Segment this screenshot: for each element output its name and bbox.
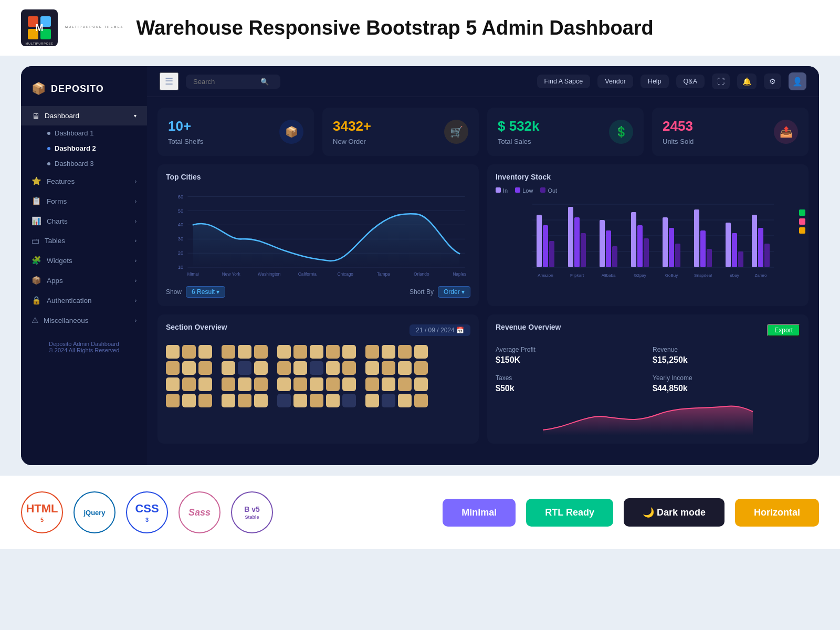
inventory-chart: Inventory Stock In Low Out (487, 164, 808, 306)
stat-value-units: 2453 (663, 118, 694, 134)
chevron-right-icon: › (135, 178, 136, 184)
inventory-legend: In Low Out (496, 187, 800, 194)
main-content: ☰ 🔍 Find A Sapce Vendor Help Q&A ⛶ 🔔 ⚙ 👤… (147, 66, 819, 465)
svg-text:ebay: ebay (730, 273, 739, 278)
apps-icon: 📦 (32, 276, 41, 285)
bell-icon[interactable]: 🔔 (737, 74, 757, 89)
chevron-right-icon-tables: › (135, 238, 136, 244)
chevron-right-icon-apps: › (135, 278, 136, 284)
dashboard-icon: 🖥 (32, 111, 39, 120)
shelf-grid (166, 345, 470, 407)
stat-value-orders: 3432+ (333, 118, 371, 134)
sub-dot-2 (47, 147, 50, 150)
svg-rect-45 (675, 244, 680, 267)
sidebar-item-apps[interactable]: 📦 Apps › (21, 270, 147, 290)
sort-by-label: Short By (410, 288, 434, 296)
sidebar-sub-dashboard: Dashboard 1 Dashboard 2 Dashboard 3 (21, 125, 147, 171)
chevron-right-icon-forms: › (135, 198, 136, 204)
help-button[interactable]: Help (640, 75, 669, 88)
svg-text:Snapdeal: Snapdeal (694, 273, 712, 278)
horizontal-button[interactable]: Horizontal (735, 499, 819, 527)
find-space-button[interactable]: Find A Sapce (537, 75, 591, 88)
svg-rect-31 (537, 215, 542, 267)
sidebar-item-dashboard1[interactable]: Dashboard 1 (42, 125, 147, 141)
html-badge: HTML 5 (21, 491, 63, 533)
svg-text:GoBuy: GoBuy (665, 273, 678, 278)
sidebar-item-dashboard2[interactable]: Dashboard 2 (42, 141, 147, 156)
rtl-button[interactable]: RTL Ready (526, 499, 613, 527)
bar-chart-area: Amazon Flipkart Alibaba G2pay GoBuy Snap… (496, 199, 800, 283)
inventory-title: Inventory Stock (496, 173, 800, 181)
revenue-label: Revenue (653, 346, 800, 353)
legend-in: In (496, 187, 508, 194)
revenue-grid: Average Profit $150K Revenue $15,250k Ta… (496, 346, 800, 393)
sidebar-item-charts[interactable]: 📊 Charts › (21, 211, 147, 231)
fullscreen-button[interactable]: ⛶ (712, 74, 730, 89)
tables-icon: 🗃 (32, 236, 39, 245)
sidebar-item-features[interactable]: ⭐ Features › (21, 171, 147, 191)
brand-name: DEPOSITO (51, 83, 104, 94)
user-avatar[interactable]: 👤 (789, 72, 806, 90)
qa-button[interactable]: Q&A (676, 75, 705, 88)
svg-rect-34 (568, 207, 573, 267)
menu-button[interactable]: ☰ (160, 72, 178, 90)
settings-icon[interactable]: ⚙ (764, 74, 781, 89)
svg-rect-51 (738, 251, 743, 267)
legend-low: Low (515, 187, 533, 194)
chevron-right-icon-charts: › (135, 218, 136, 224)
sidebar-item-auth[interactable]: 🔒 Authentication › (21, 290, 147, 310)
sub-dot-1 (47, 132, 50, 135)
shelfs-icon: 📦 (279, 120, 303, 144)
sidebar-item-tables[interactable]: 🗃 Tables › (21, 231, 147, 250)
brand-logo: M MULTIPURPOSE (21, 9, 58, 46)
features-icon: ⭐ (32, 176, 41, 186)
order-dropdown[interactable]: Order ▾ (438, 286, 470, 298)
svg-rect-47 (700, 230, 706, 267)
search-input[interactable] (193, 78, 256, 86)
chevron-right-icon-misc: › (135, 318, 136, 323)
svg-text:Alibaba: Alibaba (602, 273, 616, 278)
sidebar-item-forms[interactable]: 📋 Forms › (21, 191, 147, 211)
svg-text:30: 30 (178, 236, 183, 242)
section-overview-card: Section Overview 21 / 09 / 2024 📅 (158, 314, 479, 444)
result-dropdown[interactable]: 6 Result ▾ (186, 286, 225, 298)
auth-icon: 🔒 (32, 296, 41, 305)
svg-rect-42 (644, 238, 649, 267)
page-title: Warehouse Responsive Bootstrap 5 Admin D… (136, 17, 653, 39)
search-box: 🔍 (186, 75, 280, 89)
sidebar-item-widgets[interactable]: 🧩 Widgets › (21, 250, 147, 270)
avg-profit-label: Average Profit (496, 346, 643, 353)
units-icon: 📤 (774, 120, 798, 144)
minimal-button[interactable]: Minimal (443, 499, 516, 527)
sidebar-item-dashboard3[interactable]: Dashboard 3 (42, 156, 147, 171)
svg-rect-44 (669, 228, 674, 267)
svg-text:40: 40 (178, 222, 183, 227)
svg-rect-32 (543, 225, 548, 267)
chevron-down-icon: ▾ (134, 113, 136, 119)
stats-row: 10+ Total Shelfs 📦 3432+ New Order 🛒 $ 5… (147, 97, 819, 156)
svg-rect-48 (707, 249, 712, 267)
stat-card-orders: 3432+ New Order 🛒 (322, 108, 479, 156)
svg-rect-50 (732, 233, 737, 267)
sidebar-label-dashboard: Dashboard (45, 112, 79, 120)
revenue-value: $15,250k (653, 355, 800, 365)
revenue-card: Revenue Overview Export Average Profit $… (487, 314, 808, 444)
avg-profit-value: $150K (496, 355, 643, 365)
sidebar-item-dashboard[interactable]: 🖥 Dashboard ▾ (21, 106, 147, 125)
vendor-button[interactable]: Vendor (597, 75, 633, 88)
sidebar-item-misc[interactable]: ⚠ Miscellaneous › (21, 310, 147, 330)
dashboard-wrapper: 📦 DEPOSITO 🖥 Dashboard ▾ Dashboard 1 Das… (21, 66, 819, 465)
chevron-right-icon-auth: › (135, 298, 136, 303)
svg-text:Tampa: Tampa (377, 272, 390, 277)
svg-rect-46 (694, 209, 699, 267)
revenue-header: Revenue Overview Export (496, 323, 800, 338)
dark-mode-button[interactable]: 🌙 Dark mode (624, 498, 724, 527)
stat-label-units: Units Sold (663, 138, 694, 145)
yearly-income-label: Yearly Income (653, 374, 800, 382)
export-button[interactable]: Export (767, 324, 800, 337)
svg-text:New York: New York (222, 272, 241, 277)
brand-icon: 📦 (32, 82, 46, 96)
yearly-income-value: $44,850k (653, 384, 800, 393)
revenue-item-2: Taxes $50k (496, 374, 643, 393)
shelf-col-3 (277, 345, 356, 407)
